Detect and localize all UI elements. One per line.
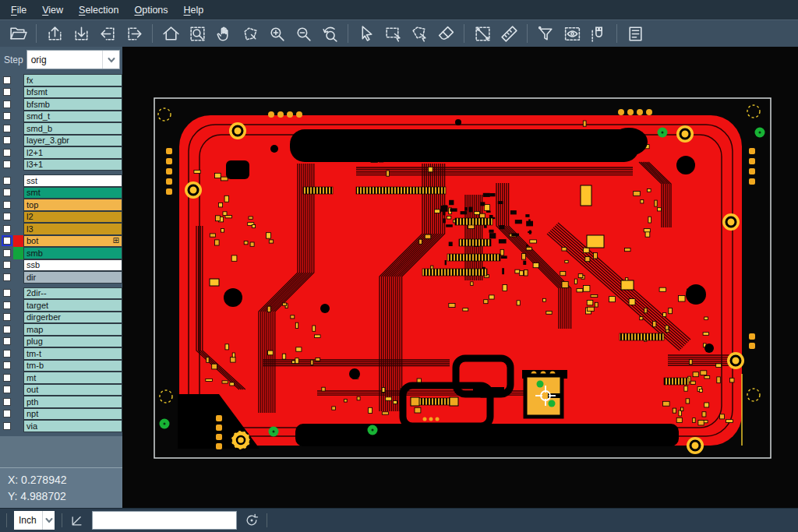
layer-name-field[interactable]: smb (23, 247, 122, 259)
layer-name-field[interactable]: smt (23, 187, 122, 199)
layer-color-swatch[interactable] (13, 372, 23, 384)
layer-name-field[interactable]: fx (23, 74, 122, 86)
layer-name-field[interactable]: pth (23, 396, 122, 408)
layer-name-field[interactable]: l2 (23, 211, 122, 224)
layer-visibility-checkbox[interactable] (3, 337, 11, 345)
layer-visibility-checkbox[interactable] (3, 88, 11, 96)
measure-ruler-button[interactable] (496, 22, 522, 45)
layer-visibility-checkbox[interactable] (3, 177, 11, 185)
layer-color-swatch[interactable] (13, 122, 23, 135)
import-left-button[interactable] (94, 22, 121, 45)
layer-name-field[interactable]: l2+1 (23, 146, 122, 159)
report-panel-button[interactable] (622, 22, 648, 45)
layer-color-swatch[interactable] (13, 174, 23, 187)
angle-measure-icon[interactable] (69, 513, 85, 528)
layer-color-swatch[interactable] (13, 199, 23, 211)
layer-color-swatch[interactable] (13, 211, 23, 224)
layer-name-field[interactable]: npt (23, 408, 122, 421)
menu-selection[interactable]: Selection (71, 2, 126, 18)
layer-name-field[interactable]: tm-b (23, 360, 122, 372)
layer-color-swatch[interactable] (13, 299, 23, 312)
layer-visibility-checkbox[interactable] (3, 125, 11, 132)
step-dropdown[interactable]: orig (26, 50, 120, 69)
layer-name-field[interactable]: dirgerber (23, 312, 122, 324)
layer-visibility-checkbox[interactable] (3, 273, 11, 281)
layer-visibility-checkbox[interactable] (3, 136, 11, 144)
layer-name-field[interactable]: bfsmt (23, 86, 122, 99)
layer-color-swatch[interactable] (13, 146, 23, 159)
layer-name-field[interactable]: top (23, 199, 122, 211)
import-right-button[interactable] (121, 22, 147, 45)
zoom-out-button[interactable] (290, 22, 316, 45)
pan-hand-button[interactable] (210, 22, 237, 45)
layer-color-swatch[interactable] (13, 259, 23, 272)
measure-diagonal-button[interactable] (469, 22, 496, 45)
layer-color-swatch[interactable] (13, 396, 23, 408)
filter-button[interactable] (532, 22, 559, 45)
layer-color-swatch[interactable] (13, 420, 23, 432)
menu-file[interactable]: File (3, 2, 34, 18)
layer-visibility-checkbox[interactable] (3, 350, 11, 358)
layer-color-swatch[interactable] (13, 98, 23, 111)
open-folder-button[interactable] (5, 22, 31, 45)
layer-color-swatch[interactable] (13, 360, 23, 372)
layer-name-field[interactable]: l3 (23, 223, 122, 235)
layer-color-swatch[interactable] (13, 235, 23, 248)
layer-visibility-checkbox[interactable] (3, 237, 11, 245)
unit-dropdown[interactable]: Inch (14, 511, 55, 530)
layer-visibility-checkbox[interactable] (3, 289, 11, 297)
layer-name-field[interactable]: smd_b (23, 122, 122, 135)
layer-color-swatch[interactable] (13, 408, 23, 421)
layer-visibility-checkbox[interactable] (3, 76, 11, 84)
pcb-canvas[interactable] (122, 47, 798, 508)
layer-name-field[interactable]: mt (23, 372, 122, 384)
layer-visibility-checkbox[interactable] (3, 410, 11, 417)
layer-name-field[interactable]: dir (23, 271, 122, 284)
layer-color-swatch[interactable] (13, 74, 23, 86)
layer-visibility-checkbox[interactable] (3, 149, 11, 157)
layer-visibility-checkbox[interactable] (3, 261, 11, 269)
layer-name-field[interactable]: out (23, 384, 122, 396)
layer-name-field[interactable]: ssb (23, 259, 122, 272)
layer-name-field[interactable]: l3+1 (23, 159, 122, 171)
zoom-window-button[interactable] (184, 22, 210, 45)
layer-name-field[interactable]: bfsmb (23, 98, 122, 111)
layer-name-field[interactable]: map (23, 323, 122, 336)
layer-visibility-checkbox[interactable] (3, 160, 11, 168)
layer-name-field[interactable]: bot⊞ (23, 235, 122, 248)
layer-visibility-checkbox[interactable] (3, 213, 11, 220)
layer-visibility-checkbox[interactable] (3, 112, 11, 120)
refresh-icon[interactable] (244, 513, 260, 528)
layer-visibility-checkbox[interactable] (3, 398, 11, 406)
command-input[interactable] (92, 511, 237, 530)
select-rect-button[interactable] (380, 22, 406, 45)
layer-color-swatch[interactable] (13, 384, 23, 396)
layer-visibility-checkbox[interactable] (3, 313, 11, 321)
clear-brush-button[interactable] (433, 22, 459, 45)
layer-name-field[interactable]: smd_t (23, 111, 122, 123)
layer-name-field[interactable]: tm-t (23, 347, 122, 360)
pcb-svg[interactable] (122, 47, 798, 508)
import-up-button[interactable] (41, 22, 68, 45)
layer-color-swatch[interactable] (13, 336, 23, 348)
layer-visibility-checkbox[interactable] (3, 361, 11, 369)
layer-name-field[interactable]: via (23, 420, 122, 432)
layer-name-field[interactable]: plug (23, 336, 122, 348)
layer-name-field[interactable]: 2dir-- (23, 287, 122, 300)
import-down-button[interactable] (68, 22, 94, 45)
menu-options[interactable]: Options (126, 2, 175, 18)
highlight-eye-button[interactable] (559, 22, 585, 45)
menu-help[interactable]: Help (176, 2, 212, 18)
layer-color-swatch[interactable] (13, 135, 23, 147)
layer-visibility-checkbox[interactable] (3, 301, 11, 309)
layer-visibility-checkbox[interactable] (3, 326, 11, 333)
layer-visibility-checkbox[interactable] (3, 201, 11, 209)
layer-color-swatch[interactable] (13, 323, 23, 336)
layer-visibility-checkbox[interactable] (3, 374, 11, 382)
zoom-in-button[interactable] (263, 22, 290, 45)
layer-color-swatch[interactable] (13, 86, 23, 99)
layer-name-field[interactable]: target (23, 299, 122, 312)
zoom-polygon-button[interactable] (237, 22, 263, 45)
layer-color-swatch[interactable] (13, 187, 23, 199)
layer-color-swatch[interactable] (13, 347, 23, 360)
